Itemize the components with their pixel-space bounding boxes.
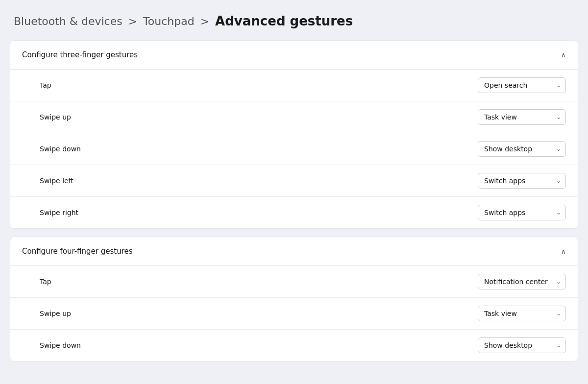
list-item: TapNothingOpen searchTask viewShow deskt… [10, 70, 578, 101]
four-finger-section-title: Configure four-finger gestures [22, 247, 133, 256]
gesture-select-wrapper[interactable]: NothingOpen searchTask viewShow desktopS… [478, 274, 566, 289]
page-title: Advanced gestures [215, 14, 353, 28]
gesture-dropdown[interactable]: NothingOpen searchTask viewShow desktopS… [478, 274, 566, 289]
list-item: Swipe rightNothingOpen searchTask viewSh… [10, 197, 578, 228]
three-finger-chevron-icon: ∧ [561, 51, 566, 59]
list-item: Swipe downNothingOpen searchTask viewSho… [10, 133, 578, 165]
gesture-dropdown[interactable]: NothingOpen searchTask viewShow desktopS… [478, 77, 566, 93]
list-item: Swipe upNothingOpen searchTask viewShow … [10, 101, 578, 133]
gesture-dropdown[interactable]: NothingOpen searchTask viewShow desktopS… [478, 173, 566, 189]
gesture-label: Swipe right [40, 209, 78, 216]
gesture-select-wrapper[interactable]: NothingOpen searchTask viewShow desktopS… [478, 141, 566, 157]
gesture-dropdown[interactable]: NothingOpen searchTask viewShow desktopS… [478, 205, 566, 220]
three-finger-section-title: Configure three-finger gestures [22, 50, 138, 59]
gesture-label: Swipe down [40, 341, 81, 349]
gesture-label: Swipe up [40, 310, 71, 317]
breadcrumb-separator-1: > [128, 15, 137, 27]
breadcrumb-touchpad[interactable]: Touchpad [143, 15, 195, 27]
gesture-select-wrapper[interactable]: NothingOpen searchTask viewShow desktopS… [478, 205, 566, 220]
gesture-label: Tap [40, 81, 51, 89]
breadcrumb-bluetooth[interactable]: Bluetooth & devices [14, 15, 122, 27]
breadcrumb-separator-2: > [200, 15, 209, 27]
four-finger-chevron-icon: ∧ [561, 247, 566, 255]
three-finger-section-header[interactable]: Configure three-finger gestures ∧ [10, 41, 578, 70]
gesture-dropdown[interactable]: NothingOpen searchTask viewShow desktopS… [478, 306, 566, 321]
gesture-label: Swipe down [40, 145, 81, 153]
gesture-dropdown[interactable]: NothingOpen searchTask viewShow desktopS… [478, 109, 566, 125]
gesture-dropdown[interactable]: NothingOpen searchTask viewShow desktopS… [478, 337, 566, 353]
gesture-select-wrapper[interactable]: NothingOpen searchTask viewShow desktopS… [478, 306, 566, 321]
gesture-label: Swipe up [40, 113, 71, 121]
list-item: Swipe downNothingOpen searchTask viewSho… [10, 330, 578, 361]
four-finger-rows: TapNothingOpen searchTask viewShow deskt… [10, 266, 578, 361]
gesture-select-wrapper[interactable]: NothingOpen searchTask viewShow desktopS… [478, 109, 566, 125]
list-item: Swipe upNothingOpen searchTask viewShow … [10, 298, 578, 330]
three-finger-rows: TapNothingOpen searchTask viewShow deskt… [10, 70, 578, 228]
gesture-label: Swipe left [40, 177, 74, 185]
list-item: TapNothingOpen searchTask viewShow deskt… [10, 266, 578, 298]
gesture-select-wrapper[interactable]: NothingOpen searchTask viewShow desktopS… [478, 77, 566, 93]
main-content: Configure three-finger gestures ∧ TapNot… [0, 40, 588, 379]
three-finger-section: Configure three-finger gestures ∧ TapNot… [10, 40, 578, 229]
four-finger-section-header[interactable]: Configure four-finger gestures ∧ [10, 237, 578, 266]
page-header: Bluetooth & devices > Touchpad > Advance… [0, 0, 588, 40]
gesture-select-wrapper[interactable]: NothingOpen searchTask viewShow desktopS… [478, 173, 566, 189]
gesture-select-wrapper[interactable]: NothingOpen searchTask viewShow desktopS… [478, 337, 566, 353]
list-item: Swipe leftNothingOpen searchTask viewSho… [10, 165, 578, 197]
four-finger-section: Configure four-finger gestures ∧ TapNoth… [10, 237, 578, 361]
gesture-label: Tap [40, 278, 51, 286]
gesture-dropdown[interactable]: NothingOpen searchTask viewShow desktopS… [478, 141, 566, 157]
